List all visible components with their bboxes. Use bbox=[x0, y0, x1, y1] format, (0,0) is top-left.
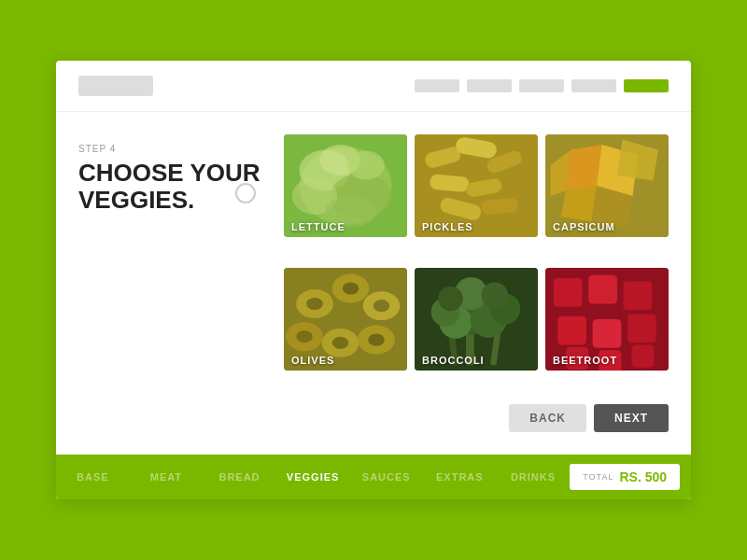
svg-point-47 bbox=[438, 286, 462, 310]
nav-veggies[interactable]: VEGGIES bbox=[276, 455, 350, 499]
step-indicators bbox=[415, 79, 669, 92]
action-buttons: BACK NEXT bbox=[284, 400, 669, 432]
veggie-pickles[interactable]: PICKLES bbox=[415, 134, 538, 237]
radio-indicator[interactable] bbox=[235, 183, 256, 203]
step-2 bbox=[467, 79, 512, 92]
svg-rect-49 bbox=[554, 278, 583, 307]
capsicum-label: CAPSICUM bbox=[545, 217, 669, 237]
main-content: STEP 4 CHOOSE YOUR VEGGIES. bbox=[56, 112, 691, 455]
nav-drinks[interactable]: DRINKS bbox=[497, 455, 571, 499]
beetroot-label: BEETROOT bbox=[545, 350, 669, 371]
step-label: STEP 4 bbox=[78, 144, 265, 154]
svg-point-5 bbox=[347, 151, 385, 180]
step-5 bbox=[624, 79, 669, 92]
nav-base[interactable]: BASE bbox=[56, 455, 130, 499]
nav-sauces[interactable]: SAUceS bbox=[349, 455, 423, 499]
veggie-olives[interactable]: OLIVES bbox=[284, 268, 407, 371]
svg-rect-53 bbox=[593, 319, 622, 348]
veggie-grid: LETTUCE bbox=[284, 134, 669, 393]
header bbox=[56, 61, 691, 112]
svg-rect-51 bbox=[624, 281, 653, 310]
veggie-broccoli[interactable]: BROCCOLI bbox=[415, 268, 538, 371]
step-3 bbox=[519, 79, 564, 92]
broccoli-label: BROCCOLI bbox=[415, 350, 538, 371]
veggie-capsicum[interactable]: CAPSICUM bbox=[545, 134, 669, 237]
svg-rect-50 bbox=[588, 274, 617, 303]
svg-marker-17 bbox=[566, 145, 602, 191]
bottom-nav: BASE MeaT BREAD VEGGIES SAUceS EXTRAS DR… bbox=[56, 455, 691, 499]
logo bbox=[78, 76, 153, 96]
svg-point-46 bbox=[482, 282, 509, 309]
svg-point-35 bbox=[368, 333, 385, 345]
svg-rect-52 bbox=[557, 315, 586, 344]
svg-point-31 bbox=[296, 330, 313, 343]
right-panel: LETTUCE bbox=[284, 134, 669, 432]
left-panel: STEP 4 CHOOSE YOUR VEGGIES. bbox=[78, 134, 265, 432]
pickles-label: PICKLES bbox=[415, 217, 538, 237]
svg-point-33 bbox=[332, 336, 349, 348]
svg-rect-54 bbox=[627, 314, 656, 343]
step-4 bbox=[571, 79, 616, 92]
nav-extras[interactable]: EXTRAS bbox=[423, 455, 497, 499]
veggie-beetroot[interactable]: BEETROOT bbox=[545, 268, 669, 371]
total-amount: RS. 500 bbox=[619, 469, 667, 484]
total-label: TOTAL bbox=[583, 472, 613, 482]
olives-label: OLIVES bbox=[284, 350, 407, 371]
total-badge: TOTAL RS. 500 bbox=[570, 464, 680, 490]
veggie-lettuce[interactable]: LETTUCE bbox=[284, 134, 407, 237]
main-card: STEP 4 CHOOSE YOUR VEGGIES. bbox=[56, 61, 691, 499]
lettuce-label: LETTUCE bbox=[284, 217, 407, 237]
next-button[interactable]: NEXT bbox=[594, 404, 669, 432]
back-button[interactable]: BACK bbox=[509, 404, 586, 432]
nav-bread[interactable]: BREAD bbox=[203, 455, 276, 499]
step-1 bbox=[415, 79, 459, 92]
svg-point-25 bbox=[306, 297, 323, 309]
svg-point-29 bbox=[374, 300, 390, 312]
nav-meat[interactable]: MeaT bbox=[130, 455, 204, 499]
svg-point-27 bbox=[343, 282, 359, 294]
